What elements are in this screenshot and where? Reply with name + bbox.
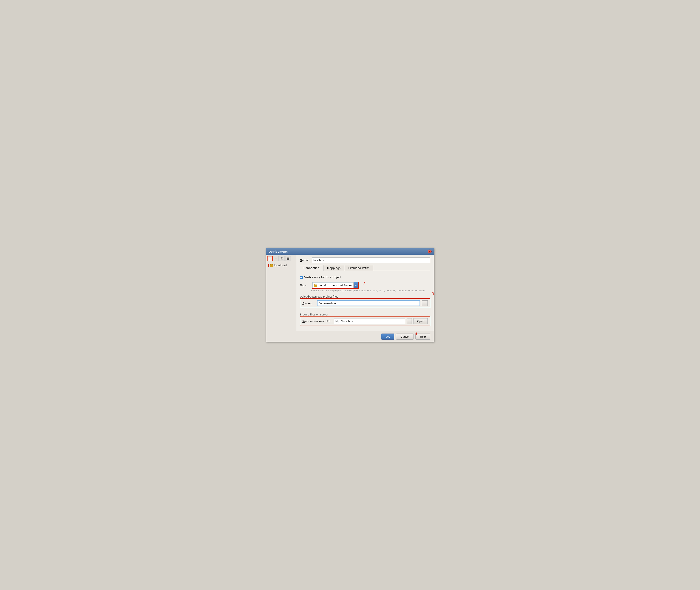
tab-connection[interactable]: Connection bbox=[300, 265, 323, 271]
visible-label: Visible only for this project bbox=[304, 276, 341, 279]
add-server-button[interactable]: + bbox=[267, 256, 273, 261]
folder-label: Folder: bbox=[303, 302, 315, 305]
browse-button[interactable]: ... bbox=[422, 300, 428, 306]
visible-checkbox[interactable] bbox=[300, 276, 303, 279]
title-bar: Deployment ✕ bbox=[266, 248, 434, 255]
help-button[interactable]: Help bbox=[416, 333, 430, 339]
settings-icon bbox=[286, 257, 289, 260]
main-content: Name: Connection Mappings Excluded Paths… bbox=[297, 255, 434, 331]
browse-section-group: Web server root URL: Open bbox=[300, 316, 430, 326]
svg-rect-5 bbox=[314, 285, 317, 287]
type-label: Type: bbox=[300, 284, 310, 287]
tabs: Connection Mappings Excluded Paths bbox=[300, 265, 430, 271]
folder-icon bbox=[270, 265, 273, 267]
cancel-button[interactable]: Cancel bbox=[396, 333, 414, 339]
annotation-2: 2 bbox=[363, 281, 365, 286]
svg-rect-1 bbox=[281, 257, 283, 259]
type-value: Local or mounted folder bbox=[319, 284, 352, 287]
footer: OK Cancel Help bbox=[266, 331, 434, 342]
sidebar-item-label: localhost bbox=[274, 264, 287, 267]
name-row: Name: bbox=[300, 257, 430, 263]
sidebar-toolbar: + − bbox=[267, 256, 295, 261]
sidebar: + − loc bbox=[266, 255, 297, 331]
svg-rect-6 bbox=[314, 284, 315, 285]
sidebar-item-localhost[interactable]: localhost bbox=[267, 263, 295, 268]
ok-button[interactable]: OK bbox=[381, 333, 394, 339]
tab-excluded-paths[interactable]: Excluded Paths bbox=[345, 265, 373, 271]
browse-section-title: Browse files on server bbox=[300, 313, 329, 316]
red-bar-indicator bbox=[268, 264, 269, 267]
url-browse-button[interactable] bbox=[407, 318, 412, 324]
tab-content-connection: Visible only for this project Type: bbox=[300, 273, 430, 328]
name-label: Name: bbox=[300, 259, 310, 262]
type-row: Type: Local or mounted folder ▼ bbox=[300, 282, 430, 289]
type-dropdown-button[interactable]: ▼ bbox=[354, 282, 358, 288]
upload-section: Upload/download project files 3 Folder: … bbox=[300, 295, 430, 308]
settings-server-button[interactable] bbox=[285, 256, 291, 261]
folder-row: Folder: ... bbox=[303, 300, 428, 306]
remove-server-button[interactable]: − bbox=[273, 256, 279, 261]
upload-section-title: Upload/download project files bbox=[300, 295, 338, 298]
folder-type-icon bbox=[314, 284, 317, 287]
type-section: Type: Local or mounted folder ▼ bbox=[300, 282, 430, 292]
open-button[interactable]: Open bbox=[414, 318, 428, 324]
svg-rect-4 bbox=[287, 259, 289, 260]
browse-section: Browse files on server 4 Web server root… bbox=[300, 313, 430, 326]
dialog-body: + − loc bbox=[266, 255, 434, 331]
url-label: Web server root URL: bbox=[303, 319, 332, 323]
close-button[interactable]: ✕ bbox=[428, 250, 432, 254]
upload-section-group: Folder: ... bbox=[300, 298, 430, 308]
annotation-3: 3 bbox=[432, 291, 434, 296]
visible-checkbox-row: Visible only for this project bbox=[300, 276, 430, 279]
copy-server-button[interactable] bbox=[279, 256, 285, 261]
svg-rect-2 bbox=[287, 258, 289, 258]
dialog-title: Deployment bbox=[268, 250, 287, 253]
name-input[interactable] bbox=[312, 257, 430, 263]
copy-icon bbox=[280, 257, 283, 260]
tab-mappings[interactable]: Mappings bbox=[324, 265, 344, 271]
deployment-dialog: Deployment ✕ + − bbox=[266, 248, 434, 342]
url-input[interactable] bbox=[334, 318, 405, 324]
type-select[interactable]: Local or mounted folder bbox=[312, 282, 354, 288]
type-select-wrapper: Local or mounted folder ▼ bbox=[312, 282, 359, 289]
url-row: Web server root URL: Open bbox=[303, 318, 428, 324]
svg-rect-3 bbox=[287, 259, 289, 259]
folder-input[interactable] bbox=[317, 300, 420, 306]
type-description: Project files are deployed to a file sys… bbox=[311, 289, 430, 292]
